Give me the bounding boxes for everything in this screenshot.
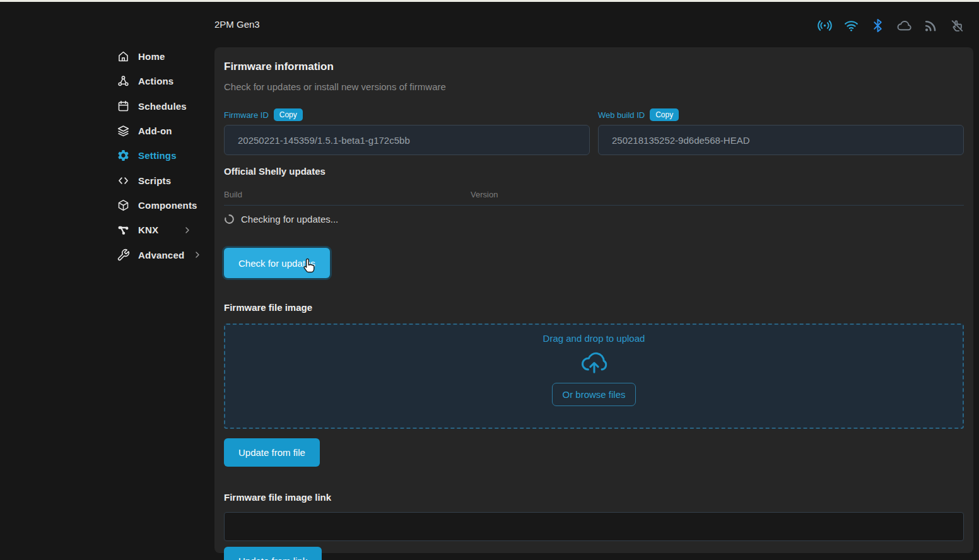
page-title: Firmware information <box>224 61 964 73</box>
firmware-file-image-heading: Firmware file image <box>224 302 964 313</box>
check-for-updates-button[interactable]: Check for updates <box>224 248 330 278</box>
column-version: Version <box>471 190 498 199</box>
firmware-file-link-heading: Firmware file image link <box>224 492 964 503</box>
firmware-id-label: Firmware ID <box>224 110 269 120</box>
spinner-icon <box>224 214 235 225</box>
sidebar-item-advanced[interactable]: Advanced <box>117 242 192 267</box>
official-updates-heading: Official Shelly updates <box>224 166 964 177</box>
copy-firmware-id-button[interactable]: Copy <box>274 108 303 121</box>
status-icon-bar <box>817 18 965 33</box>
update-from-link-button[interactable]: Update from link <box>224 547 322 560</box>
network-icon <box>117 223 130 236</box>
actions-icon <box>117 74 130 88</box>
web-build-id-label: Web build ID <box>598 110 645 120</box>
wifi-icon[interactable] <box>843 18 859 33</box>
web-build-id-field: Web build ID Copy <box>598 108 964 155</box>
wrench-icon <box>117 248 130 262</box>
chevron-right-icon <box>182 225 192 235</box>
layers-icon <box>117 124 130 137</box>
gear-icon <box>117 149 130 162</box>
sidebar-item-label: Add-on <box>138 125 172 136</box>
sidebar-item-label: Schedules <box>138 101 187 112</box>
id-fields-row: Firmware ID Copy Web build ID Copy <box>224 108 964 155</box>
home-icon <box>117 50 130 63</box>
dropzone-text: Drag and drop to upload <box>543 333 645 344</box>
updates-table-header: Build Version <box>224 190 964 199</box>
sidebar-item-addon[interactable]: Add-on <box>117 119 192 143</box>
sidebar-nav: Home Actions Schedules Add-on <box>117 44 192 267</box>
sidebar-item-label: Components <box>138 200 197 211</box>
firmware-id-input[interactable] <box>224 125 590 155</box>
update-status-row: Checking for updates... <box>224 214 964 225</box>
cloud-upload-icon <box>580 347 609 376</box>
sidebar-item-settings[interactable]: Settings <box>117 143 192 168</box>
cloud-icon[interactable] <box>896 18 912 33</box>
update-from-file-button[interactable]: Update from file <box>224 438 320 467</box>
bluetooth-icon[interactable] <box>870 18 886 33</box>
firmware-panel: Firmware information Check for updates o… <box>214 47 973 553</box>
sidebar-item-label: Actions <box>138 76 173 86</box>
sidebar-item-label: Advanced <box>138 250 184 260</box>
sidebar-item-label: KNX <box>138 225 158 235</box>
device-title: 2PM Gen3 <box>214 19 260 30</box>
sidebar-item-knx[interactable]: KNX <box>117 218 192 242</box>
firmware-id-field: Firmware ID Copy <box>224 108 590 155</box>
sidebar-item-label: Home <box>138 51 165 62</box>
calendar-icon <box>117 100 130 113</box>
copy-web-build-id-button[interactable]: Copy <box>650 108 679 121</box>
code-icon <box>117 174 130 187</box>
access-point-icon[interactable] <box>817 18 833 33</box>
hand-slash-icon[interactable] <box>949 18 965 33</box>
chevron-right-icon <box>192 250 202 260</box>
column-build: Build <box>224 190 471 199</box>
top-edge-strip <box>0 0 979 2</box>
sidebar-item-schedules[interactable]: Schedules <box>117 94 192 119</box>
page-subtitle: Check for updates or install new version… <box>224 81 964 92</box>
web-build-id-input[interactable] <box>598 125 964 155</box>
update-status-text: Checking for updates... <box>241 214 338 225</box>
sidebar-item-actions[interactable]: Actions <box>117 69 192 93</box>
firmware-link-input[interactable] <box>224 512 964 541</box>
browse-files-button[interactable]: Or browse files <box>552 383 635 406</box>
sidebar-item-label: Settings <box>138 150 177 161</box>
table-separator <box>224 205 964 206</box>
sidebar-item-home[interactable]: Home <box>117 44 192 69</box>
cube-icon <box>117 199 130 212</box>
firmware-dropzone[interactable]: Drag and drop to upload Or browse files <box>224 324 964 429</box>
sidebar-item-scripts[interactable]: Scripts <box>117 168 192 192</box>
check-for-updates-label: Check for updates <box>238 258 315 269</box>
sidebar-item-components[interactable]: Components <box>117 193 192 218</box>
mqtt-rss-icon[interactable] <box>923 18 939 33</box>
sidebar-item-label: Scripts <box>138 175 171 186</box>
